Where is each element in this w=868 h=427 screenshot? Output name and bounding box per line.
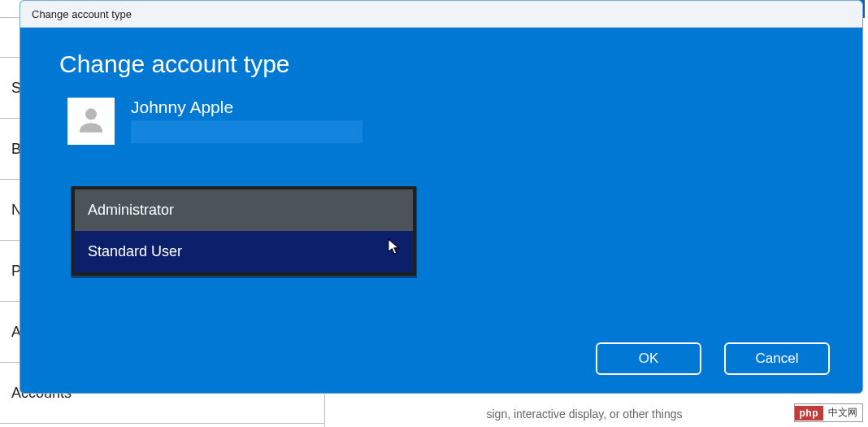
dialog-title-text: Change account type [32,8,132,20]
user-name: Johnny Apple [131,98,362,117]
account-type-dropdown[interactable]: Administrator Standard User [72,186,416,276]
ok-button[interactable]: OK [596,342,701,375]
ok-button-label: OK [639,351,659,367]
user-row: Johnny Apple [67,98,823,145]
dialog-body: Change account type Johnny Apple Adminis… [20,28,862,393]
user-email-redacted [131,120,362,143]
dropdown-option-standard-user[interactable]: Standard User [75,231,413,272]
dropdown-option-administrator[interactable]: Administrator [75,190,413,231]
cancel-button[interactable]: Cancel [724,342,830,375]
dialog-titlebar[interactable]: Change account type [20,1,862,28]
content-hint-text: sign, interactive display, or other thin… [398,407,770,420]
avatar [67,98,115,145]
user-text: Johnny Apple [131,98,362,143]
watermark-rest: 中文网 [823,404,862,421]
person-icon [75,103,107,139]
sidebar-item[interactable]: Time [0,423,324,427]
dialog-heading: Change account type [59,50,823,78]
cancel-button-label: Cancel [756,351,799,367]
watermark: php 中文网 [794,403,864,422]
change-account-type-dialog: Change account type Change account type … [20,0,863,394]
watermark-brand: php [795,406,824,420]
dialog-footer: OK Cancel [596,342,830,375]
svg-point-2 [85,108,97,120]
